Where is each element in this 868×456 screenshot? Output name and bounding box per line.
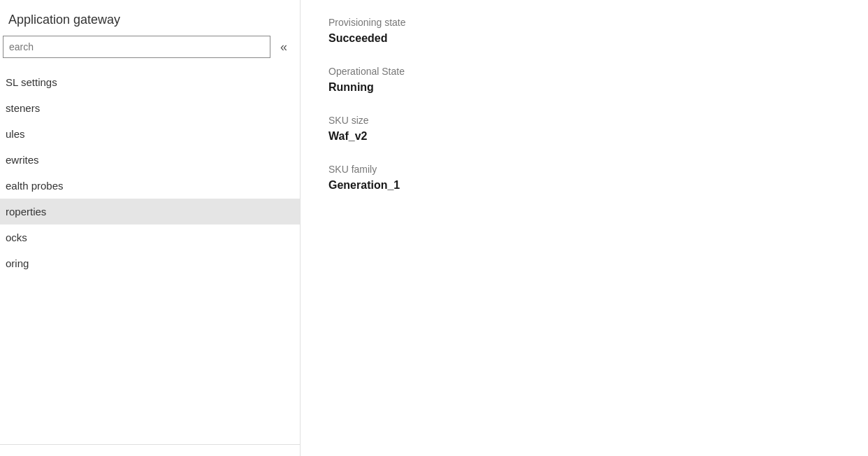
- sidebar-divider: [0, 444, 300, 445]
- operational-state-value: Running: [328, 81, 840, 94]
- provisioning-state-label: Provisioning state: [328, 17, 840, 28]
- sidebar-item-health-probes[interactable]: ealth probes: [0, 173, 300, 199]
- sidebar-item-rules[interactable]: ules: [0, 121, 300, 147]
- sku-size-label: SKU size: [328, 115, 840, 126]
- sidebar-title: Application gateway: [0, 0, 300, 36]
- property-sku-size: SKU size Waf_v2: [328, 115, 840, 143]
- sidebar-item-properties[interactable]: roperties: [0, 199, 300, 225]
- sidebar: Application gateway « SL settings stener…: [0, 0, 301, 456]
- sidebar-item-locks[interactable]: ocks: [0, 225, 300, 250]
- sidebar-item-monitoring[interactable]: oring: [0, 250, 300, 276]
- operational-state-label: Operational State: [328, 66, 840, 77]
- sidebar-item-rewrites[interactable]: ewrites: [0, 147, 300, 173]
- property-sku-family: SKU family Generation_1: [328, 164, 840, 192]
- search-input[interactable]: [3, 36, 270, 58]
- property-operational-state: Operational State Running: [328, 66, 840, 94]
- main-content: Provisioning state Succeeded Operational…: [301, 0, 868, 456]
- sku-family-label: SKU family: [328, 164, 840, 175]
- sku-size-value: Waf_v2: [328, 130, 840, 143]
- collapse-button[interactable]: «: [276, 39, 291, 55]
- sku-family-value: Generation_1: [328, 179, 840, 192]
- search-row: «: [0, 36, 300, 69]
- property-provisioning-state: Provisioning state Succeeded: [328, 17, 840, 45]
- sidebar-item-listeners[interactable]: steners: [0, 95, 300, 121]
- provisioning-state-value: Succeeded: [328, 32, 840, 45]
- sidebar-item-ssl-settings[interactable]: SL settings: [0, 69, 300, 95]
